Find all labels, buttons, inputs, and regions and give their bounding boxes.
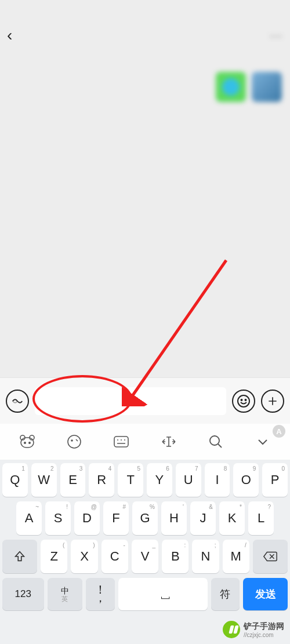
watermark-url: //czjxjc.com <box>244 632 284 638</box>
svg-point-10 <box>71 440 72 441</box>
key-q[interactable]: 1Q <box>2 463 28 497</box>
svg-point-2 <box>245 399 246 401</box>
keyboard: A 1Q 2W 3E 4R 5T 6Y 7U 8I 9O 0P ~A !S @D… <box>0 424 290 644</box>
back-button[interactable]: ‹ <box>7 26 12 45</box>
key-r[interactable]: 4R <box>89 463 114 497</box>
cursor-move-icon[interactable] <box>158 431 180 453</box>
message-row <box>0 64 290 102</box>
key-p[interactable]: 0P <box>262 463 288 497</box>
keyboard-row-1: 1Q 2W 3E 4R 5T 6Y 7U 8I 9O 0P <box>2 463 288 497</box>
compose-bar <box>0 377 290 424</box>
key-l[interactable]: ?L <box>248 501 274 535</box>
key-f[interactable]: #F <box>103 501 129 535</box>
message-input[interactable] <box>35 387 226 415</box>
shift-key[interactable] <box>2 540 37 573</box>
watermark: 铲子手游网 //czjxjc.com <box>223 621 284 638</box>
status-bar <box>0 0 290 20</box>
keyboard-row-4: 123 中 英 ！ ， ⎵ 符 发送 <box>2 578 288 610</box>
keyboard-row-2: ~A !S @D #F %G 'H &J *K ?L <box>2 501 288 535</box>
watermark-text: 铲子手游网 <box>244 621 284 632</box>
svg-point-7 <box>24 442 25 443</box>
key-h[interactable]: 'H <box>161 501 187 535</box>
key-m[interactable]: /M <box>223 540 249 573</box>
keyboard-row-3: (Z )X -C _V :B ;N /M <box>2 540 288 573</box>
plus-icon[interactable] <box>261 390 284 413</box>
key-y[interactable]: 6Y <box>147 463 172 497</box>
message-bubble[interactable] <box>216 72 246 102</box>
nav-bar: ‹ ··· <box>0 20 290 51</box>
watermark-icon <box>223 621 240 638</box>
more-button[interactable]: ··· <box>270 29 283 42</box>
key-u[interactable]: 7U <box>176 463 201 497</box>
key-x[interactable]: )X <box>71 540 97 573</box>
emoji-panel-icon[interactable] <box>63 431 85 453</box>
svg-rect-6 <box>21 438 34 447</box>
svg-point-0 <box>238 395 249 407</box>
search-icon[interactable] <box>205 431 227 453</box>
key-w[interactable]: 2W <box>31 463 57 497</box>
emoji-icon[interactable] <box>232 390 255 413</box>
ai-badge[interactable]: A <box>273 425 285 438</box>
svg-point-8 <box>28 442 30 443</box>
key-j[interactable]: &J <box>190 501 216 535</box>
avatar[interactable] <box>252 72 282 102</box>
keyboard-rows: 1Q 2W 3E 4R 5T 6Y 7U 8I 9O 0P ~A !S @D #… <box>0 460 290 644</box>
numeric-key[interactable]: 123 <box>2 578 44 610</box>
key-k[interactable]: *K <box>219 501 245 535</box>
space-key[interactable]: ⎵ <box>118 578 208 610</box>
svg-point-1 <box>241 399 242 401</box>
key-c[interactable]: -C <box>102 540 128 573</box>
chevron-down-icon[interactable] <box>252 431 274 453</box>
keyboard-layout-icon[interactable] <box>110 431 132 453</box>
key-a[interactable]: ~A <box>16 501 42 535</box>
key-o[interactable]: 9O <box>233 463 259 497</box>
svg-rect-11 <box>114 436 128 447</box>
key-d[interactable]: @D <box>74 501 100 535</box>
voice-input-icon[interactable] <box>6 390 29 413</box>
key-v[interactable]: _V <box>132 540 158 573</box>
backspace-key[interactable] <box>253 540 288 573</box>
key-z[interactable]: (Z <box>41 540 67 573</box>
key-g[interactable]: %G <box>132 501 158 535</box>
key-t[interactable]: 5T <box>118 463 143 497</box>
key-i[interactable]: 8I <box>205 463 230 497</box>
key-b[interactable]: :B <box>162 540 188 573</box>
svg-point-9 <box>68 435 81 448</box>
send-button[interactable]: 发送 <box>243 578 288 610</box>
key-s[interactable]: !S <box>45 501 71 535</box>
chat-area[interactable] <box>0 51 290 377</box>
chat-date <box>0 51 290 64</box>
baidu-bear-icon[interactable] <box>16 431 38 453</box>
keyboard-toolbar: A <box>0 424 290 460</box>
key-n[interactable]: ;N <box>192 540 219 573</box>
symbols-key[interactable]: 符 <box>211 578 240 610</box>
punctuation-key[interactable]: ！ ， <box>86 578 115 610</box>
key-e[interactable]: 3E <box>60 463 86 497</box>
language-toggle-key[interactable]: 中 英 <box>48 578 83 610</box>
svg-point-12 <box>210 436 219 445</box>
